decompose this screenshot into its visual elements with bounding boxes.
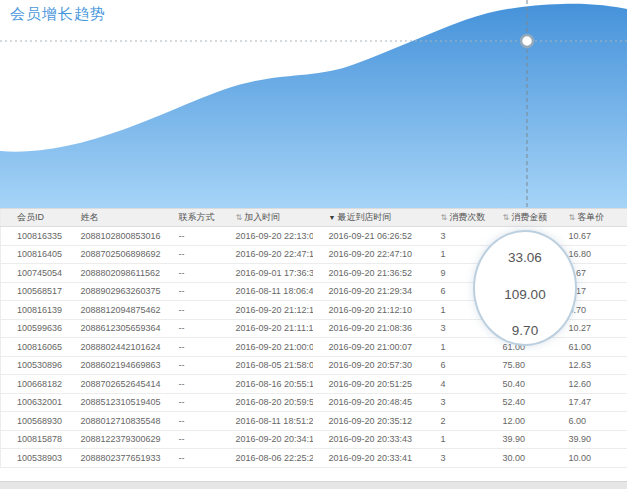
table-cell: 2016-08-05 21:58:09 [220,356,313,375]
table-cell: 3 [425,393,487,412]
table-cell: 12.60 [553,375,627,394]
column-label: 最近到店时间 [337,212,391,222]
column-label: 客单价 [577,212,604,222]
table-cell: 2016-09-20 21:12:10 [313,301,425,320]
table-cell: 1 [425,338,487,357]
sort-desc-icon[interactable]: ▼ [329,214,336,221]
table-cell: 2088802098611562 [65,264,163,283]
table-row[interactable]: 1005308962088602194669863--2016-08-05 21… [1,356,627,375]
table-cell: 2016-08-11 18:06:40 [220,282,313,301]
table-cell: 100816139 [1,301,65,320]
table-cell: 50.40 [487,375,553,394]
table-cell: 1 [425,430,487,449]
table-cell: 2016-09-20 20:34:15 [220,430,313,449]
table-cell: 2088012710835548 [65,412,163,431]
table-cell: 75.80 [487,356,553,375]
sort-icon[interactable]: ⇅ [441,213,448,222]
table-cell: 30.00 [487,449,553,468]
column-header[interactable]: ⇅加入时间 [220,209,313,227]
table-cell: -- [163,245,220,264]
table-cell: -- [163,338,220,357]
table-cell: 100816405 [1,245,65,264]
table-cell: 2016-09-01 17:36:37 [220,264,313,283]
sort-icon[interactable]: ⇅ [236,213,243,222]
table-cell: 100530896 [1,356,65,375]
table-cell: 2016-09-20 20:48:45 [313,393,425,412]
table-cell: 6.00 [553,412,627,431]
table-cell: 2088702506898692 [65,245,163,264]
table-row[interactable]: 1005689302088012710835548--2016-08-11 18… [1,412,627,431]
table-cell: -- [163,412,220,431]
magnified-amount-value: 109.00 [475,287,575,302]
column-header: 联系方式 [163,209,220,227]
table-cell: 52.40 [487,393,553,412]
table-cell: -- [163,264,220,283]
table-cell: 2088802377651933 [65,449,163,468]
table-cell: -- [163,393,220,412]
table-cell: 2088602194669863 [65,356,163,375]
table-cell: 100599636 [1,319,65,338]
column-header: 姓名 [65,209,163,227]
table-row[interactable]: 1008158782088122379300629--2016-09-20 20… [1,430,627,449]
column-header[interactable]: ⇅消费金额 [487,209,553,227]
table-cell: 2016-09-20 21:36:52 [313,264,425,283]
table-cell: 2016-09-20 20:35:12 [313,412,425,431]
table-cell: 12.63 [553,356,627,375]
table-cell: 100745054 [1,264,65,283]
table-cell: 2016-09-20 22:47:10 [220,245,313,264]
table-cell: 3 [425,449,487,468]
table-cell: 2088512310519405 [65,393,163,412]
table-cell: 2016-09-20 22:13:05 [220,227,313,246]
table-cell: 100816335 [1,227,65,246]
table-row[interactable]: 1005389032088802377651933--2016-08-06 22… [1,449,627,468]
table-cell: 17.47 [553,393,627,412]
table-cell: 100632001 [1,393,65,412]
table-cell: 2088102800853016 [65,227,163,246]
table-cell: 2088702652645414 [65,375,163,394]
table-cell: -- [163,282,220,301]
table-cell: 2016-09-20 20:51:25 [313,375,425,394]
table-cell: 2016-08-20 20:59:59 [220,393,313,412]
table-cell: 10.00 [553,449,627,468]
table-cell: 2088812094875462 [65,301,163,320]
column-label: 会员ID [17,212,44,222]
table-cell: 100816065 [1,338,65,357]
table-cell: 39.90 [553,430,627,449]
column-header[interactable]: ⇅客单价 [553,209,627,227]
table-cell: -- [163,449,220,468]
table-cell: 2016-09-21 06:26:52 [313,227,425,246]
magnifier-overlay: 33.06 109.00 9.70 [473,230,577,346]
column-label: 加入时间 [244,212,280,222]
column-header[interactable]: ▼最近到店时间 [313,209,425,227]
table-cell: 2088612305659364 [65,319,163,338]
table-cell: 10.67 [553,227,627,246]
column-label: 联系方式 [179,212,215,222]
magnified-amount-value: 9.70 [475,323,575,338]
table-cell: 2016-09-20 21:11:19 [220,319,313,338]
table-row[interactable]: 1006320012088512310519405--2016-08-20 20… [1,393,627,412]
table-cell: 2016-09-20 21:12:10 [220,301,313,320]
table-cell: 4 [425,375,487,394]
table-cell: 100815878 [1,430,65,449]
column-header[interactable]: ⇅消费次数 [425,209,487,227]
table-cell: 100538903 [1,449,65,468]
table-row[interactable]: 1006681822088702652645414--2016-08-16 20… [1,375,627,394]
sort-icon[interactable]: ⇅ [569,213,576,222]
table-cell: 61.00 [553,338,627,357]
table-cell: -- [163,319,220,338]
table-cell: 2088802442101624 [65,338,163,357]
table-cell: 3 [425,227,487,246]
magnified-amount-value: 33.06 [475,250,575,265]
bottom-scroll-strip [0,481,627,489]
page-title: 会员增长趋势 [10,5,106,24]
table-cell: -- [163,227,220,246]
table-cell: 100568517 [1,282,65,301]
data-point-marker[interactable] [521,35,533,47]
member-dashboard: 会员增长趋势 会员ID姓名联系方式⇅加入时间▼最近到店时间⇅消费次数⇅消费金额⇅… [0,0,627,489]
table-header-row: 会员ID姓名联系方式⇅加入时间▼最近到店时间⇅消费次数⇅消费金额⇅客单价 [1,209,627,227]
table-cell: 2016-09-20 22:47:10 [313,245,425,264]
area-chart [0,0,627,208]
table-cell: 100568930 [1,412,65,431]
sort-icon[interactable]: ⇅ [503,213,510,222]
table-cell: 6 [425,356,487,375]
